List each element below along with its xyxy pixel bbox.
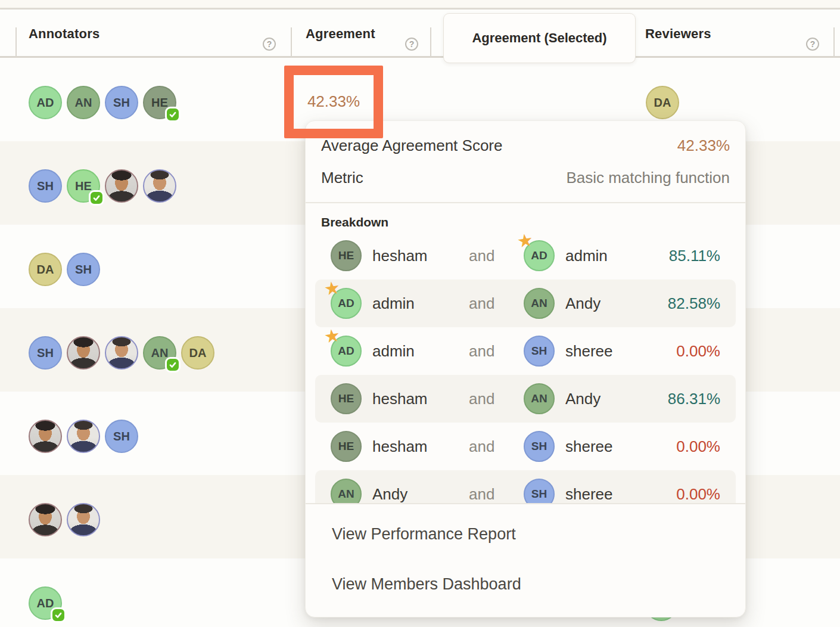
avatar: AD★ (331, 336, 362, 367)
star-icon: ★ (323, 278, 341, 298)
avatar[interactable]: SH (105, 86, 138, 119)
column-agreement: Agreement (306, 10, 375, 58)
pair-agreement-value: 0.00% (676, 437, 720, 456)
breakdown-row: AD★ admin and AN Andy 82.58% (315, 280, 736, 327)
verified-check-icon (51, 607, 66, 623)
avatar-initials: HE (338, 249, 354, 262)
avatar[interactable] (67, 336, 100, 370)
breakdown-row: AN Andy and SH sheree 0.00% (315, 470, 736, 503)
breakdown-row: HE hesham and AN Andy 86.31% (315, 375, 736, 423)
average-agreement-value: 42.33% (677, 136, 730, 155)
view-performance-report-link[interactable]: View Performance Report (332, 525, 516, 544)
avatar-initials: HE (338, 392, 354, 405)
avatar[interactable] (105, 169, 138, 203)
avatar-initials: AN (338, 488, 354, 501)
avatar[interactable] (29, 503, 62, 536)
avatar-initials: SH (531, 344, 547, 358)
avatar-initials: SH (37, 179, 54, 193)
avatar-initials: SH (531, 488, 547, 501)
avatar[interactable]: SH (29, 336, 62, 370)
avatar: HE (331, 431, 362, 462)
member-name: sheree (565, 437, 613, 456)
avatar-initials: AD (37, 96, 54, 110)
member-name: Andy (565, 294, 601, 313)
avatar[interactable]: HE (143, 86, 176, 119)
avatar: SH (524, 479, 555, 503)
column-annotators: Annotators (29, 10, 99, 58)
avatar[interactable]: DA (29, 253, 62, 286)
conjunction-text: and (469, 485, 524, 504)
member-name: hesham (372, 247, 469, 265)
pair-agreement-value: 86.31% (668, 390, 720, 408)
popup-divider (306, 503, 745, 504)
header-divider (291, 27, 292, 59)
avatar: HE (331, 240, 362, 271)
view-members-dashboard-link[interactable]: View Members Dashboard (332, 575, 521, 594)
avatar: AD★ (331, 288, 362, 319)
avatar-initials: DA (654, 96, 671, 110)
member-name: sheree (565, 485, 613, 504)
conjunction-text: and (469, 294, 524, 313)
breakdown-title: Breakdown (321, 215, 388, 229)
highlight-annotation-box (284, 66, 383, 138)
member-name: Andy (372, 485, 469, 504)
avatar[interactable]: SH (67, 253, 100, 286)
pair-agreement-value: 85.11% (669, 247, 720, 265)
header-agreement-selected-chip[interactable]: Agreement (Selected) (443, 13, 636, 63)
reviewers-help-icon[interactable]: ? (806, 38, 819, 51)
avatar-initials: HE (338, 440, 354, 453)
column-reviewers: Reviewers (645, 10, 711, 58)
avatar-initials: SH (531, 440, 547, 453)
avatar[interactable]: SH (29, 169, 62, 203)
avatar-initials: HE (151, 96, 168, 110)
avatar: AD★ (524, 240, 555, 271)
breakdown-row: AD★ admin and SH sheree 0.00% (315, 327, 736, 375)
verified-check-icon (165, 107, 181, 122)
annotators-help-icon[interactable]: ? (263, 38, 276, 51)
avatar: SH (524, 336, 555, 367)
avatar[interactable]: AN (67, 86, 100, 119)
header-divider (833, 27, 835, 59)
avatar[interactable] (105, 336, 138, 370)
annotator-avatars-row6 (29, 503, 105, 536)
table-header: Annotators ? Agreement ? Reviewers ? (0, 10, 840, 58)
avatar-initials: DA (189, 346, 207, 360)
avatar-initials: SH (37, 346, 54, 360)
agreement-help-icon[interactable]: ? (405, 38, 418, 51)
avatar[interactable]: AD (29, 586, 62, 620)
reviewer-avatar[interactable]: DA (646, 86, 679, 119)
pair-agreement-value: 82.58% (668, 294, 720, 313)
avatar-initials: DA (37, 263, 54, 277)
avatar: AN (331, 479, 362, 503)
avatar-initials: SH (75, 263, 92, 277)
avatar[interactable]: HE (67, 169, 100, 203)
verified-check-icon (89, 190, 104, 206)
avatar[interactable] (29, 420, 62, 453)
header-divider (15, 27, 17, 59)
member-name: admin (565, 247, 608, 265)
breakdown-row: HE hesham and SH sheree 0.00% (315, 423, 736, 470)
avatar[interactable]: DA (181, 336, 214, 370)
conjunction-text: and (469, 247, 524, 265)
avatar[interactable]: SH (105, 420, 138, 453)
annotator-avatars-row2: SH HE (29, 169, 181, 203)
avatar[interactable]: AN (143, 336, 176, 370)
avatar[interactable]: AD (29, 86, 62, 119)
annotator-avatars-row7: AD (29, 586, 67, 620)
avatar[interactable] (67, 503, 100, 536)
avatar-initials: AD (531, 249, 547, 262)
avatar-initials: AN (531, 297, 547, 310)
avatar[interactable] (67, 420, 100, 453)
avatar: SH (524, 431, 555, 462)
avatar-initials: SH (113, 430, 130, 443)
avatar[interactable] (143, 169, 176, 203)
top-strip (0, 0, 840, 8)
member-name: Andy (565, 390, 601, 408)
annotator-avatars-row1: AD AN SH HE (29, 86, 181, 119)
annotator-avatars-row3: DA SH (29, 253, 105, 286)
avatar: AN (524, 383, 555, 414)
avatar-initials: AD (338, 297, 354, 310)
conjunction-text: and (469, 437, 524, 456)
conjunction-text: and (469, 342, 524, 361)
avatar-initials: SH (113, 96, 130, 110)
